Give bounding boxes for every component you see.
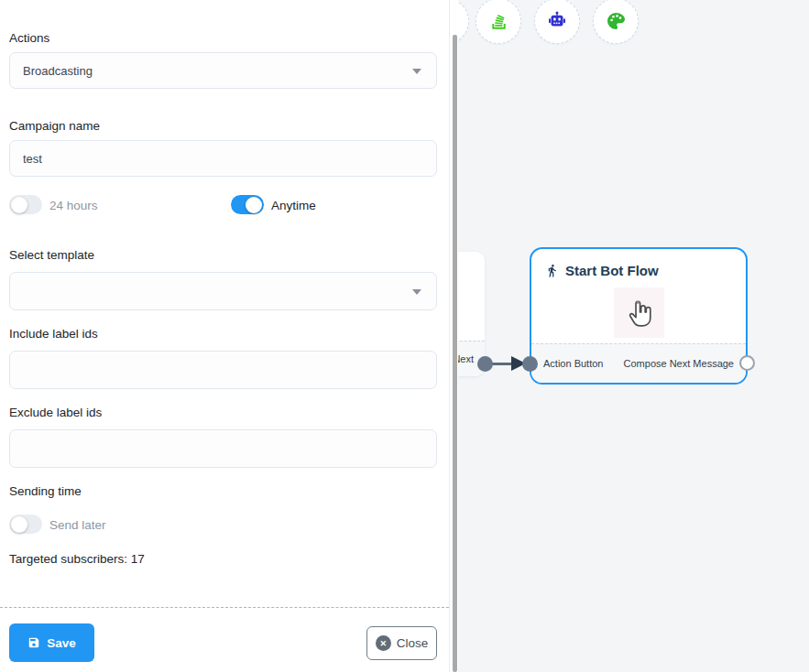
close-button[interactable]: ✕ Close	[366, 626, 437, 660]
toggle-knob	[246, 197, 262, 213]
sending-time-label: Sending time	[9, 484, 82, 498]
select-template-label: Select template	[9, 248, 94, 262]
stack-tool-button[interactable]	[476, 0, 521, 44]
save-button[interactable]: Save	[9, 623, 94, 662]
24-hours-toggle-label: 24 hours	[49, 199, 98, 212]
exclude-label-ids-input[interactable]	[9, 429, 437, 468]
send-later-toggle-label: Send later	[49, 518, 106, 532]
24-hours-toggle[interactable]	[9, 195, 42, 214]
action-button-connector-label: Action Button	[543, 358, 603, 369]
palette-icon	[605, 10, 627, 32]
footer-divider	[0, 607, 449, 608]
compose-next-message-connector-label: Compose Next Message	[624, 358, 734, 369]
chevron-down-icon	[412, 69, 421, 74]
node-footer: Action Button Compose Next Message	[531, 343, 746, 383]
robot-icon	[546, 10, 568, 32]
actions-label: Actions	[9, 31, 49, 45]
include-label-ids-label: Include label ids	[9, 327, 98, 341]
anytime-toggle-label: Anytime	[271, 199, 316, 212]
cutoff-tool-circle[interactable]	[458, 0, 469, 44]
chevron-down-icon	[412, 289, 421, 295]
actions-select-value: Broadcasting	[23, 64, 93, 78]
send-later-toggle[interactable]	[9, 515, 42, 534]
palette-tool-button[interactable]	[593, 0, 639, 44]
close-circle-icon: ✕	[376, 635, 391, 651]
anytime-toggle[interactable]	[231, 195, 264, 214]
flow-builder-canvas[interactable]: Next Start Bot Flow	[458, 0, 809, 672]
campaign-name-label: Campaign name	[9, 119, 100, 133]
node-input-connector[interactable]	[522, 356, 538, 372]
hover-highlight	[614, 287, 664, 338]
hand-cursor-icon	[623, 297, 656, 330]
node-title: Start Bot Flow	[565, 263, 659, 278]
broadcast-settings-panel: Actions Broadcasting Campaign name 24 ho…	[0, 0, 449, 672]
broadcast-editor-window: Actions Broadcasting Campaign name 24 ho…	[0, 0, 809, 672]
include-label-ids-input[interactable]	[9, 351, 437, 389]
stack-icon	[488, 11, 509, 32]
node-header: Start Bot Flow	[531, 249, 746, 278]
targeted-subscribers-text: Targeted subscribers: 17	[9, 552, 145, 566]
actions-select[interactable]: Broadcasting	[9, 52, 437, 89]
save-button-label: Save	[47, 636, 76, 650]
node-output-connector[interactable]	[739, 355, 755, 371]
robot-tool-button[interactable]	[534, 0, 580, 44]
toggle-knob	[11, 516, 27, 533]
edge-source-connector[interactable]	[477, 356, 493, 372]
toggle-knob	[11, 197, 27, 213]
panel-scrollbar-thumb[interactable]	[453, 35, 457, 672]
panel-scrollbar-track[interactable]	[449, 0, 458, 672]
exclude-label-ids-label: Exclude label ids	[9, 406, 102, 419]
template-select[interactable]	[9, 272, 437, 310]
save-floppy-icon	[27, 636, 40, 649]
start-bot-flow-node[interactable]: Start Bot Flow Action Button Compose Nex…	[530, 247, 748, 385]
campaign-name-input[interactable]	[9, 140, 437, 177]
walking-person-icon	[545, 263, 559, 278]
close-button-label: Close	[397, 636, 429, 650]
